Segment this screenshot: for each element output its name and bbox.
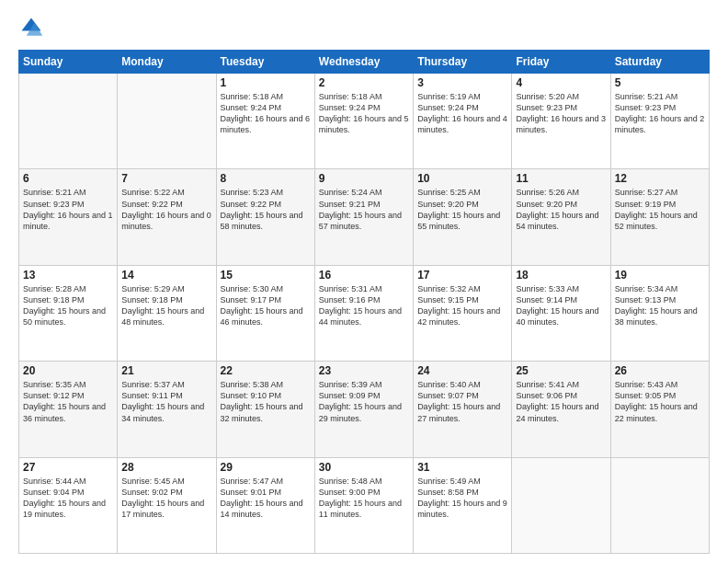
day-info: Sunrise: 5:33 AMSunset: 9:14 PMDaylight:… bbox=[516, 283, 606, 328]
day-info: Sunrise: 5:38 AMSunset: 9:10 PMDaylight:… bbox=[221, 379, 311, 424]
day-number: 27 bbox=[23, 461, 113, 474]
day-cell: 3Sunrise: 5:19 AMSunset: 9:24 PMDaylight… bbox=[414, 74, 512, 169]
day-cell bbox=[19, 74, 118, 169]
logo bbox=[18, 15, 48, 40]
col-header-thursday: Thursday bbox=[414, 51, 512, 74]
day-info: Sunrise: 5:40 AMSunset: 9:07 PMDaylight:… bbox=[417, 379, 507, 424]
day-info: Sunrise: 5:21 AMSunset: 9:23 PMDaylight:… bbox=[615, 91, 705, 136]
day-number: 25 bbox=[516, 364, 606, 377]
day-cell: 14Sunrise: 5:29 AMSunset: 9:18 PMDayligh… bbox=[118, 265, 216, 361]
col-header-friday: Friday bbox=[512, 51, 610, 74]
day-info: Sunrise: 5:49 AMSunset: 8:58 PMDaylight:… bbox=[417, 476, 507, 521]
day-number: 30 bbox=[319, 461, 409, 474]
day-cell: 26Sunrise: 5:43 AMSunset: 9:05 PMDayligh… bbox=[610, 362, 709, 457]
day-cell: 21Sunrise: 5:37 AMSunset: 9:11 PMDayligh… bbox=[118, 362, 216, 457]
day-cell: 11Sunrise: 5:26 AMSunset: 9:20 PMDayligh… bbox=[512, 169, 610, 265]
day-cell: 17Sunrise: 5:32 AMSunset: 9:15 PMDayligh… bbox=[414, 265, 512, 361]
day-number: 14 bbox=[121, 269, 211, 282]
day-number: 26 bbox=[615, 364, 705, 377]
day-number: 15 bbox=[221, 269, 311, 282]
day-cell: 12Sunrise: 5:27 AMSunset: 9:19 PMDayligh… bbox=[610, 169, 709, 265]
day-cell: 18Sunrise: 5:33 AMSunset: 9:14 PMDayligh… bbox=[512, 265, 610, 361]
day-cell: 29Sunrise: 5:47 AMSunset: 9:01 PMDayligh… bbox=[216, 457, 314, 553]
day-cell: 27Sunrise: 5:44 AMSunset: 9:04 PMDayligh… bbox=[19, 457, 118, 553]
day-number: 13 bbox=[23, 269, 113, 282]
day-cell: 28Sunrise: 5:45 AMSunset: 9:02 PMDayligh… bbox=[118, 457, 216, 553]
day-number: 2 bbox=[319, 76, 409, 89]
day-number: 24 bbox=[417, 364, 507, 377]
day-cell: 1Sunrise: 5:18 AMSunset: 9:24 PMDaylight… bbox=[216, 74, 314, 169]
day-number: 17 bbox=[417, 269, 507, 282]
day-cell: 2Sunrise: 5:18 AMSunset: 9:24 PMDaylight… bbox=[314, 74, 413, 169]
day-info: Sunrise: 5:18 AMSunset: 9:24 PMDaylight:… bbox=[319, 91, 409, 136]
day-number: 12 bbox=[615, 172, 705, 185]
day-cell: 25Sunrise: 5:41 AMSunset: 9:06 PMDayligh… bbox=[512, 362, 610, 457]
day-number: 5 bbox=[615, 76, 705, 89]
day-info: Sunrise: 5:24 AMSunset: 9:21 PMDaylight:… bbox=[319, 187, 409, 232]
day-info: Sunrise: 5:35 AMSunset: 9:12 PMDaylight:… bbox=[23, 379, 113, 424]
col-header-wednesday: Wednesday bbox=[314, 51, 413, 74]
week-row-2: 6Sunrise: 5:21 AMSunset: 9:23 PMDaylight… bbox=[19, 169, 710, 265]
week-row-5: 27Sunrise: 5:44 AMSunset: 9:04 PMDayligh… bbox=[19, 457, 710, 553]
day-cell: 24Sunrise: 5:40 AMSunset: 9:07 PMDayligh… bbox=[414, 362, 512, 457]
day-cell: 9Sunrise: 5:24 AMSunset: 9:21 PMDaylight… bbox=[314, 169, 413, 265]
day-info: Sunrise: 5:21 AMSunset: 9:23 PMDaylight:… bbox=[23, 187, 113, 232]
day-cell: 16Sunrise: 5:31 AMSunset: 9:16 PMDayligh… bbox=[314, 265, 413, 361]
day-cell bbox=[512, 457, 610, 553]
day-number: 19 bbox=[615, 269, 705, 282]
day-cell: 10Sunrise: 5:25 AMSunset: 9:20 PMDayligh… bbox=[414, 169, 512, 265]
day-info: Sunrise: 5:28 AMSunset: 9:18 PMDaylight:… bbox=[23, 283, 113, 328]
day-info: Sunrise: 5:45 AMSunset: 9:02 PMDaylight:… bbox=[121, 476, 211, 521]
day-number: 20 bbox=[23, 364, 113, 377]
day-info: Sunrise: 5:39 AMSunset: 9:09 PMDaylight:… bbox=[319, 379, 409, 424]
day-info: Sunrise: 5:43 AMSunset: 9:05 PMDaylight:… bbox=[615, 379, 705, 424]
day-number: 7 bbox=[121, 172, 211, 185]
day-cell: 31Sunrise: 5:49 AMSunset: 8:58 PMDayligh… bbox=[414, 457, 512, 553]
day-number: 21 bbox=[121, 364, 211, 377]
day-cell: 4Sunrise: 5:20 AMSunset: 9:23 PMDaylight… bbox=[512, 74, 610, 169]
day-number: 16 bbox=[319, 269, 409, 282]
day-number: 29 bbox=[221, 461, 311, 474]
header bbox=[18, 15, 710, 40]
day-number: 22 bbox=[221, 364, 311, 377]
day-number: 28 bbox=[121, 461, 211, 474]
day-info: Sunrise: 5:44 AMSunset: 9:04 PMDaylight:… bbox=[23, 476, 113, 521]
day-info: Sunrise: 5:37 AMSunset: 9:11 PMDaylight:… bbox=[121, 379, 211, 424]
day-info: Sunrise: 5:19 AMSunset: 9:24 PMDaylight:… bbox=[417, 91, 507, 136]
col-header-tuesday: Tuesday bbox=[216, 51, 314, 74]
calendar-table: SundayMondayTuesdayWednesdayThursdayFrid… bbox=[18, 50, 710, 554]
day-info: Sunrise: 5:20 AMSunset: 9:23 PMDaylight:… bbox=[516, 91, 606, 136]
day-info: Sunrise: 5:25 AMSunset: 9:20 PMDaylight:… bbox=[417, 187, 507, 232]
day-cell: 30Sunrise: 5:48 AMSunset: 9:00 PMDayligh… bbox=[314, 457, 413, 553]
day-number: 10 bbox=[417, 172, 507, 185]
day-number: 11 bbox=[516, 172, 606, 185]
day-cell bbox=[118, 74, 216, 169]
day-cell: 13Sunrise: 5:28 AMSunset: 9:18 PMDayligh… bbox=[19, 265, 118, 361]
day-number: 1 bbox=[221, 76, 311, 89]
day-number: 18 bbox=[516, 269, 606, 282]
day-info: Sunrise: 5:41 AMSunset: 9:06 PMDaylight:… bbox=[516, 379, 606, 424]
day-cell: 19Sunrise: 5:34 AMSunset: 9:13 PMDayligh… bbox=[610, 265, 709, 361]
day-info: Sunrise: 5:34 AMSunset: 9:13 PMDaylight:… bbox=[615, 283, 705, 328]
day-cell: 8Sunrise: 5:23 AMSunset: 9:22 PMDaylight… bbox=[216, 169, 314, 265]
day-cell: 23Sunrise: 5:39 AMSunset: 9:09 PMDayligh… bbox=[314, 362, 413, 457]
day-info: Sunrise: 5:18 AMSunset: 9:24 PMDaylight:… bbox=[221, 91, 311, 136]
day-info: Sunrise: 5:32 AMSunset: 9:15 PMDaylight:… bbox=[417, 283, 507, 328]
col-header-monday: Monday bbox=[118, 51, 216, 74]
day-number: 3 bbox=[417, 76, 507, 89]
day-number: 23 bbox=[319, 364, 409, 377]
day-cell: 20Sunrise: 5:35 AMSunset: 9:12 PMDayligh… bbox=[19, 362, 118, 457]
day-info: Sunrise: 5:22 AMSunset: 9:22 PMDaylight:… bbox=[121, 187, 211, 232]
day-number: 31 bbox=[417, 461, 507, 474]
day-cell bbox=[610, 457, 709, 553]
col-header-sunday: Sunday bbox=[19, 51, 118, 74]
day-number: 6 bbox=[23, 172, 113, 185]
col-header-saturday: Saturday bbox=[610, 51, 709, 74]
day-cell: 5Sunrise: 5:21 AMSunset: 9:23 PMDaylight… bbox=[610, 74, 709, 169]
calendar-header-row: SundayMondayTuesdayWednesdayThursdayFrid… bbox=[19, 51, 710, 74]
day-info: Sunrise: 5:48 AMSunset: 9:00 PMDaylight:… bbox=[319, 476, 409, 521]
week-row-3: 13Sunrise: 5:28 AMSunset: 9:18 PMDayligh… bbox=[19, 265, 710, 361]
day-cell: 7Sunrise: 5:22 AMSunset: 9:22 PMDaylight… bbox=[118, 169, 216, 265]
week-row-4: 20Sunrise: 5:35 AMSunset: 9:12 PMDayligh… bbox=[19, 362, 710, 457]
day-info: Sunrise: 5:23 AMSunset: 9:22 PMDaylight:… bbox=[221, 187, 311, 232]
